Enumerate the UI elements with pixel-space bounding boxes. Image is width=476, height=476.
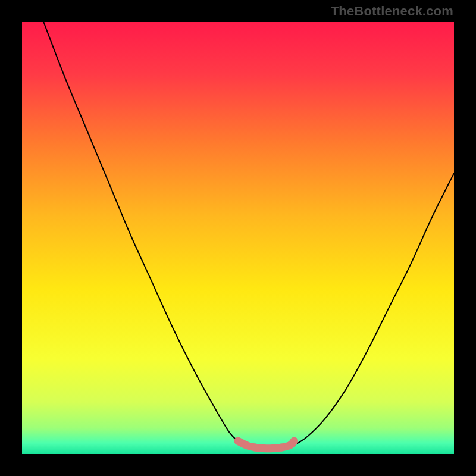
highlight-dot [243, 441, 250, 449]
highlight-dot [269, 444, 277, 452]
chart-frame: TheBottleneck.com [0, 0, 476, 476]
curve-layer [22, 22, 454, 454]
highlight-dot [290, 437, 298, 445]
plot-area [22, 22, 454, 454]
highlight-dot [260, 444, 268, 452]
right-curve [294, 173, 454, 445]
watermark-text: TheBottleneck.com [331, 4, 453, 19]
left-curve [43, 22, 246, 445]
highlight-dot [277, 444, 285, 452]
highlight-dot [252, 444, 259, 452]
highlight-dot [234, 437, 242, 445]
